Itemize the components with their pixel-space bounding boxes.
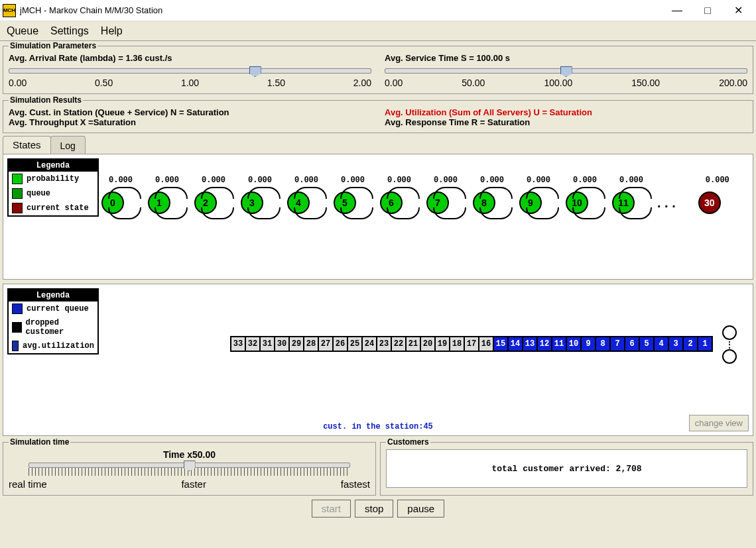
state-circle-current: 30 (698, 192, 721, 214)
service-slider-thumb[interactable] (560, 66, 572, 77)
states-panel: Legenda probability queue current state … (3, 154, 753, 280)
queue-cell: 23 (376, 336, 392, 352)
change-view-button[interactable]: change view (689, 415, 749, 431)
simulation-results: Simulation Results Avg. Cust. in Station… (3, 95, 753, 133)
tick-label: 2.00 (353, 78, 371, 88)
service-ticks: 0.0050.00100.00150.00200.00 (385, 78, 747, 88)
state-node: 0.0006 (368, 192, 414, 214)
tab-states[interactable]: States (3, 136, 51, 154)
state-node: 0.0005 (322, 192, 368, 214)
window-title: jMCH - Markov Chain M/M/30 Station (20, 5, 662, 15)
tab-log[interactable]: Log (50, 136, 86, 154)
minimize-button[interactable]: — (662, 1, 692, 20)
swatch-dropped-icon (12, 322, 22, 333)
start-button[interactable]: start (312, 500, 351, 518)
close-button[interactable]: ✕ (723, 1, 753, 20)
server-circle-icon (722, 349, 737, 364)
pause-button[interactable]: pause (397, 500, 444, 518)
markov-chain: 0.00000.00010.00020.00030.00040.00050.00… (90, 192, 733, 214)
legend-probability: probability (27, 174, 79, 184)
simulation-time: Simulation time Time x50.00 real time fa… (3, 437, 376, 496)
tick-label: 150.00 (631, 78, 660, 88)
legend-queue: queue (27, 189, 50, 198)
queue-cell: 2 (682, 336, 698, 352)
queue-cell: 27 (318, 336, 334, 352)
states-legend: Legenda probability queue current state (7, 158, 99, 217)
state-probability: 0.000 (686, 176, 749, 185)
legend-current: current state (27, 203, 89, 213)
queue-cell: 4 (653, 336, 669, 352)
queue-cell: 17 (464, 336, 479, 352)
queue-cell: 26 (332, 336, 348, 352)
simtime-label: Time x50.00 (9, 449, 370, 460)
titlebar: MCH jMCH - Markov Chain M/M/30 Station —… (0, 0, 756, 21)
queue-cell: 7 (609, 336, 625, 352)
simtime-faster: faster (181, 478, 206, 490)
swatch-current-queue-icon (12, 303, 23, 314)
swatch-probability-icon (12, 174, 23, 184)
legend-dropped: dropped customer (26, 318, 94, 337)
tick-label: 0.50 (95, 78, 113, 88)
lambda-slider-thumb[interactable] (249, 66, 261, 77)
queue-cell: 8 (595, 336, 611, 352)
lambda-slider[interactable] (9, 68, 371, 74)
tick-label: 0.00 (9, 78, 27, 88)
queue-cell: 15 (493, 336, 509, 352)
queue-legend-title: Legenda (9, 290, 97, 301)
queue-row: 3332313029282726252423222120191817161514… (231, 336, 713, 352)
service-slider[interactable] (385, 68, 747, 74)
menu-settings[interactable]: Settings (50, 25, 89, 37)
menu-help[interactable]: Help (101, 25, 123, 37)
state-node: 0.0001 (136, 192, 182, 214)
queue-cell: 10 (566, 336, 582, 352)
state-node: 0.0002 (182, 192, 229, 214)
servers: ⋮ (722, 325, 737, 364)
state-node: 0.00010 (554, 192, 600, 214)
swatch-util-icon (12, 341, 19, 351)
tick-label: 1.00 (181, 78, 199, 88)
customers-box: Customers total customer arrived: 2,708 (380, 437, 753, 496)
legend-current-queue: current queue (27, 304, 89, 313)
queue-legend: Legenda current queue dropped customer a… (7, 288, 99, 355)
queue-cell: 25 (347, 336, 363, 352)
result-x: Avg. Throughput X =Saturation (9, 117, 371, 127)
queue-cell: 21 (405, 336, 421, 352)
cust-in-station: cust. in the station:45 (3, 422, 753, 431)
server-circle-icon (722, 325, 737, 340)
queue-cell: 9 (580, 336, 596, 352)
legend-title: Legenda (9, 160, 97, 172)
tick-label: 200.00 (719, 78, 747, 88)
customers-value: total customer arrived: 2,708 (386, 449, 747, 488)
app-icon: MCH (3, 4, 16, 17)
queue-cell: 19 (434, 336, 450, 352)
queue-cell: 5 (639, 336, 655, 352)
chain-ellipsis: . . . (647, 195, 686, 211)
tab-bar: States Log (3, 136, 753, 154)
tick-label: 100.00 (544, 78, 572, 88)
menubar: Queue Settings Help (0, 21, 756, 41)
queue-cell: 33 (230, 336, 246, 352)
result-n: Avg. Cust. in Station (Queue + Service) … (9, 107, 371, 117)
menu-queue[interactable]: Queue (7, 25, 38, 37)
state-node: 0.0007 (414, 192, 461, 214)
state-node: 0.0008 (461, 192, 507, 214)
arc-top-icon (619, 187, 652, 199)
queue-cell: 29 (288, 336, 304, 352)
stop-button[interactable]: stop (355, 500, 393, 518)
result-u: Avg. Utilization (Sum of All Servers) U … (385, 107, 747, 117)
maximize-button[interactable]: □ (692, 1, 723, 20)
simtime-fastest: fastest (341, 478, 370, 490)
state-node: 0.0009 (507, 192, 554, 214)
tick-label: 50.00 (462, 78, 485, 88)
simtime-legend: Simulation time (9, 437, 70, 447)
queue-cell: 28 (303, 336, 319, 352)
control-buttons: start stop pause (0, 496, 756, 521)
server-dots: ⋮ (722, 340, 737, 349)
tick-label: 1.50 (267, 78, 285, 88)
simtime-slider[interactable] (29, 463, 350, 468)
state-node-last: 0.00030 (686, 192, 733, 214)
lambda-ticks: 0.000.501.001.502.00 (9, 78, 371, 88)
swatch-current-icon (12, 203, 23, 213)
result-r: Avg. Response Time R = Saturation (385, 117, 747, 127)
queue-cell: 11 (551, 336, 567, 352)
